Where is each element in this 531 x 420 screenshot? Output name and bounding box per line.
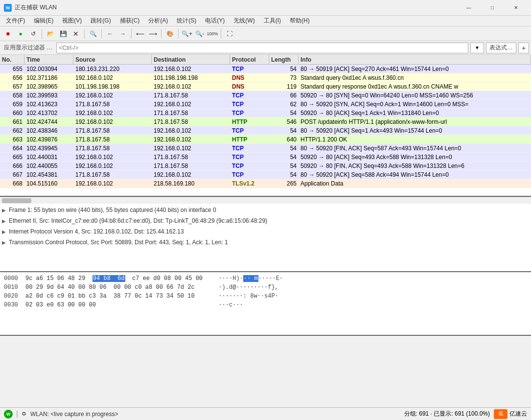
stop-capture-button[interactable]: ■ [2,28,14,40]
cell-no: 660 [0,110,24,117]
col-header-protocol[interactable]: Protocol [230,55,269,64]
menu-analyze[interactable]: 分析(A) [144,16,172,26]
close-capture-button[interactable]: ✕ [70,28,82,40]
cell-len: 119 [269,83,299,90]
minimize-button[interactable]: — [458,0,480,16]
menu-stats[interactable]: 统计(S) [173,16,200,26]
open-button[interactable]: 📂 [45,28,56,40]
expression-button[interactable]: 表达式… [486,43,516,53]
table-row[interactable]: 661 102.424744 192.168.0.102 171.8.167.5… [0,117,531,126]
forward-button[interactable]: → [117,28,129,40]
menu-wireless[interactable]: 无线(W) [230,16,258,26]
save-button[interactable]: 💾 [57,28,69,40]
menu-help[interactable]: 帮助(H) [286,16,314,26]
filter-bar: 应用显示过滤器 … ▼ 表达式… + [0,41,531,55]
cell-dst: 171.8.167.58 [152,163,230,169]
detail-ethernet-text: Ethernet II, Src: IntelCor_c7:ee:d0 (94:… [9,217,529,224]
maximize-button[interactable]: □ [481,0,504,16]
cell-len: 640 [269,136,299,143]
table-row[interactable]: 664 102.439945 171.8.167.58 192.168.0.10… [0,144,531,153]
restart-capture-button[interactable]: ↺ [27,28,39,40]
hex-bytes: 02 03 e0 63 00 00 00 [25,302,211,308]
col-header-info[interactable]: Info [299,55,531,64]
cell-len: 66 [269,92,299,99]
colorize-button[interactable]: 🎨 [164,28,176,40]
table-row[interactable]: 667 102.454381 171.8.167.58 192.168.0.10… [0,170,531,179]
packet-list-header: No. Time Source Destination Protocol Len… [0,55,531,65]
table-row[interactable]: 659 102.413623 171.8.167.58 192.168.0.10… [0,100,531,109]
cell-time: 102.399593 [24,92,73,99]
table-row[interactable]: 665 102.440031 192.168.0.102 171.8.167.5… [0,153,531,162]
scroll-left-button[interactable]: ⟵ [134,28,146,40]
status-text: WLAN: <live capture in progress> [30,411,400,418]
filter-dropdown-button[interactable]: ▼ [470,43,484,53]
title-bar: W 正在捕获 WLAN — □ ✕ [0,0,531,16]
col-header-source[interactable]: Source [73,55,152,64]
toolbar-sep-7 [221,29,221,39]
packet-list: No. Time Source Destination Protocol Len… [0,55,531,197]
table-row[interactable]: 658 102.399593 192.168.0.102 171.8.167.5… [0,91,531,100]
cell-dst: 171.8.167.58 [152,154,230,161]
detail-row-ethernet[interactable]: ▶ Ethernet II, Src: IntelCor_c7:ee:d0 (9… [0,215,531,226]
add-filter-button[interactable]: + [518,43,529,53]
menu-edit[interactable]: 编辑(E) [30,16,57,26]
cell-src: 192.168.0.102 [73,110,152,117]
cell-len: 54 [269,145,299,152]
table-row[interactable]: 668 104.515160 192.168.0.102 218.58.169.… [0,179,531,188]
zoom-in-button[interactable]: 🔍+ [181,28,193,40]
table-row[interactable]: 660 102.413702 192.168.0.102 171.8.167.5… [0,109,531,117]
col-header-length[interactable]: Length [269,55,299,64]
cell-src: 192.168.0.102 [73,118,152,125]
toolbar-sep-4 [131,29,132,39]
cell-no: 658 [0,92,24,99]
hex-offset: 0020 [4,293,23,300]
menu-view[interactable]: 视图(V) [58,16,86,26]
table-row[interactable]: 656 102.371186 192.168.0.102 101.198.198… [0,73,531,82]
menu-phone[interactable]: 电话(Y) [201,16,229,26]
detail-row-frame[interactable]: ▶ Frame 1: 55 bytes on wire (440 bits), … [0,205,531,215]
zoom-reset-button[interactable]: 100% [207,28,218,40]
menu-tools[interactable]: 工具(I) [260,16,285,26]
cell-info: 80 → 50919 [ACK] Seq=270 Ack=461 Win=157… [299,66,531,72]
col-header-time[interactable]: Time [24,55,73,64]
zoom-out-button[interactable]: 🔍- [194,28,206,40]
packet-list-scrollbar[interactable] [0,197,531,204]
table-row[interactable]: 657 102.398965 101.198.198.198 192.168.0… [0,82,531,91]
col-header-destination[interactable]: Destination [152,55,230,64]
toolbar-sep-1 [42,29,42,39]
cell-len: 54 [269,163,299,169]
cell-src: 171.8.167.58 [73,101,152,108]
cell-no: 663 [0,136,24,143]
detail-row-tcp[interactable]: ▶ Transmission Control Protocol, Src Por… [0,237,531,248]
table-row[interactable]: 655 102.003094 180.163.231.220 192.168.0… [0,65,531,73]
col-header-no[interactable]: No. [0,55,24,64]
close-button[interactable]: ✕ [505,0,527,16]
cell-dst: 192.168.0.102 [152,171,230,178]
cell-time: 102.454381 [24,171,73,178]
menu-file[interactable]: 文件(F) [2,16,29,26]
start-capture-button[interactable]: ● [15,28,26,40]
hex-panel: 0000 9c a6 15 06 48 29 94 b8 6d c7 ee d0… [0,272,531,336]
hex-row-3: 0030 02 03 e0 63 00 00 00 ···c··· [4,301,527,309]
hex-ascii: ···c··· [211,302,243,308]
detail-row-ip[interactable]: ▶ Internet Protocol Version 4, Src: 192.… [0,226,531,237]
cell-proto: TCP [230,171,269,178]
table-row[interactable]: 662 102.438346 171.8.167.58 192.168.0.10… [0,126,531,135]
menu-goto[interactable]: 跳转(G) [87,16,115,26]
cell-info: Standard query response 0xd1ec A wsus.f.… [299,83,531,90]
detail-frame-text: Frame 1: 55 bytes on wire (440 bits), 55… [9,207,529,213]
back-button[interactable]: ← [104,28,116,40]
menu-capture[interactable]: 捕获(C) [116,16,144,26]
table-row[interactable]: 663 102.439876 171.8.167.58 192.168.0.10… [0,135,531,144]
find-button[interactable]: 🔍 [87,28,99,40]
cell-proto: TCP [230,154,269,161]
cell-proto: TCP [230,92,269,99]
full-screen-button[interactable]: ⛶ [224,28,235,40]
scroll-right-button[interactable]: ⟶ [147,28,159,40]
cell-time: 102.438346 [24,127,73,134]
filter-input[interactable] [56,43,468,53]
cell-info: 50920 → 80 [FIN, ACK] Seq=493 Ack=588 Wi… [299,163,531,169]
table-row[interactable]: 666 102.440055 192.168.0.102 171.8.167.5… [0,162,531,170]
cell-time: 104.515160 [24,180,73,187]
scroll-thumb[interactable] [2,198,31,203]
